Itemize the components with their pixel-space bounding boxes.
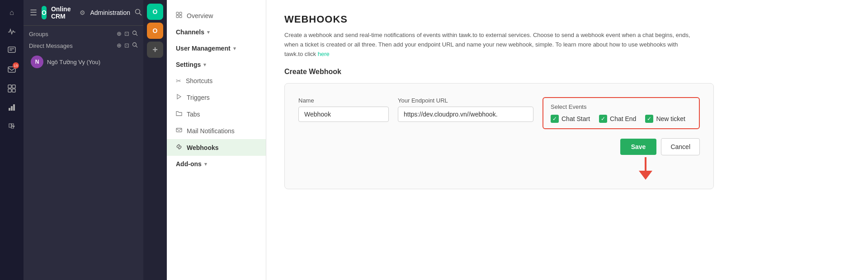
svg-rect-10: [13, 104, 15, 111]
dm-icons: ⊕ ⊡: [117, 42, 138, 49]
endpoint-group: Your Endpoint URL: [398, 97, 533, 122]
add-dm-icon[interactable]: ⊕: [117, 42, 122, 49]
addons-label: Add-ons: [176, 160, 202, 168]
create-webhook-title: Create Webhook: [284, 68, 850, 76]
link-icon: [176, 144, 182, 151]
usermgmt-label: User Management: [176, 45, 231, 52]
svg-point-13: [133, 31, 137, 35]
chat-end-label: Chat End: [610, 115, 636, 122]
groups-icons: ⊕ ⊡: [117, 30, 138, 37]
sidebar-item-mail-notifications[interactable]: Mail Notifications: [167, 122, 266, 139]
add-workspace-button[interactable]: +: [147, 42, 163, 58]
svg-rect-5: [12, 85, 15, 88]
svg-line-16: [136, 46, 138, 48]
puzzle-icon[interactable]: [4, 118, 20, 135]
event-new-ticket[interactable]: ✓ New ticket: [645, 115, 685, 123]
sidebar-addons-header[interactable]: Add-ons ▾: [167, 156, 266, 172]
pulse-icon[interactable]: [4, 23, 20, 40]
groups-row: Groups ⊕ ⊡: [29, 30, 138, 37]
folder-icon: [176, 110, 182, 118]
svg-rect-8: [9, 108, 10, 111]
select-events-box: Select Events ✓ Chat Start ✓ Chat End: [542, 97, 700, 129]
search-dm-icon[interactable]: [132, 42, 138, 49]
action-row: Save Cancel: [298, 138, 700, 155]
chat-start-label: Chat Start: [561, 115, 590, 122]
shortcuts-label: Shortcuts: [186, 77, 212, 84]
webhooks-description: Create a webhook and send real-time noti…: [284, 31, 691, 59]
svg-rect-9: [11, 106, 13, 111]
admin-label: Administration: [90, 9, 130, 16]
svg-rect-20: [179, 15, 182, 18]
search-groups-icon[interactable]: [132, 30, 138, 37]
sidebar-settings-header[interactable]: Settings ▾: [167, 56, 266, 73]
grid-icon[interactable]: [4, 80, 20, 97]
save-button[interactable]: Save: [620, 139, 657, 155]
dm-row: Direct Messages ⊕ ⊡: [29, 42, 138, 49]
app-name: Online CRM: [51, 5, 71, 20]
triggers-label: Triggers: [187, 94, 210, 101]
chevron-down-icon: ▾: [207, 29, 210, 35]
sidebar-item-webhooks[interactable]: Webhooks: [167, 139, 266, 156]
dm-label: Direct Messages: [29, 42, 73, 49]
webhooks-main: WEBHOOKS Create a webhook and send real-…: [266, 0, 868, 280]
svg-marker-21: [177, 94, 181, 99]
app-logo: O: [42, 6, 47, 19]
envelope-icon: [176, 127, 182, 135]
events-row: ✓ Chat Start ✓ Chat End ✓ New ticket: [551, 115, 692, 123]
chat-icon[interactable]: [4, 42, 20, 59]
svg-line-14: [136, 34, 138, 36]
workspace-tab-1[interactable]: O: [147, 4, 163, 20]
sidebar-nav: Overview Channels ▾ User Management ▾ Se…: [167, 0, 266, 280]
here-link[interactable]: here: [318, 51, 330, 57]
middle-panel: ☰ O Online CRM ⚙ Administration Groups ⊕…: [24, 0, 143, 280]
name-input[interactable]: [298, 107, 389, 122]
chart-icon[interactable]: [4, 99, 20, 116]
cancel-button[interactable]: Cancel: [661, 138, 700, 155]
sidebar-usermgmt-header[interactable]: User Management ▾: [167, 40, 266, 56]
svg-line-12: [140, 13, 142, 15]
svg-rect-18: [179, 12, 182, 14]
header-search-icon[interactable]: [135, 9, 142, 17]
chevron-down-icon-4: ▾: [204, 161, 207, 167]
workspace-tab-2[interactable]: O: [147, 23, 163, 39]
add-group-icon[interactable]: ⊕: [117, 30, 122, 37]
dm-layout-icon[interactable]: ⊡: [124, 42, 129, 49]
overview-label: Overview: [187, 12, 213, 19]
name-group: Name: [298, 97, 389, 122]
red-arrow-icon: [632, 157, 659, 180]
new-ticket-checkbox[interactable]: ✓: [645, 115, 653, 123]
chat-start-checkbox[interactable]: ✓: [551, 115, 559, 123]
svg-rect-19: [176, 15, 179, 18]
overview-icon: [176, 12, 182, 19]
layout-icon[interactable]: ⊡: [124, 30, 129, 37]
form-row: Name Your Endpoint URL Select Events ✓ C…: [298, 97, 700, 129]
svg-rect-22: [176, 128, 182, 132]
sidebar-item-shortcuts[interactable]: ✂ Shortcuts: [167, 73, 266, 89]
svg-point-15: [133, 43, 137, 47]
page-title: WEBHOOKS: [284, 14, 850, 25]
sidebar-item-tabs[interactable]: Tabs: [167, 106, 266, 122]
sidebar-item-overview[interactable]: Overview: [167, 7, 266, 24]
mail-icon[interactable]: 15: [4, 61, 20, 78]
home-icon[interactable]: ⌂: [4, 5, 20, 21]
webhooks-label: Webhooks: [187, 144, 219, 151]
avatar: N: [31, 56, 43, 68]
form-card: Name Your Endpoint URL Select Events ✓ C…: [284, 83, 714, 189]
endpoint-label: Your Endpoint URL: [398, 97, 533, 104]
endpoint-input[interactable]: [398, 107, 533, 122]
trigger-icon: [176, 93, 182, 101]
main-content: Overview Channels ▾ User Management ▾ Se…: [167, 0, 868, 280]
event-chat-end[interactable]: ✓ Chat End: [599, 115, 636, 123]
channels-label: Channels: [176, 28, 204, 36]
arrow-container: [298, 157, 659, 180]
select-events-label: Select Events: [551, 103, 692, 110]
name-label: Name: [298, 97, 389, 104]
hamburger-icon[interactable]: ☰: [30, 8, 37, 18]
chat-end-checkbox[interactable]: ✓: [599, 115, 607, 123]
scissors-icon: ✂: [176, 77, 181, 84]
sidebar-channels-header[interactable]: Channels ▾: [167, 24, 266, 40]
event-chat-start[interactable]: ✓ Chat Start: [551, 115, 590, 123]
sidebar-item-triggers[interactable]: Triggers: [167, 89, 266, 106]
svg-rect-0: [8, 47, 15, 52]
svg-rect-17: [176, 12, 179, 14]
